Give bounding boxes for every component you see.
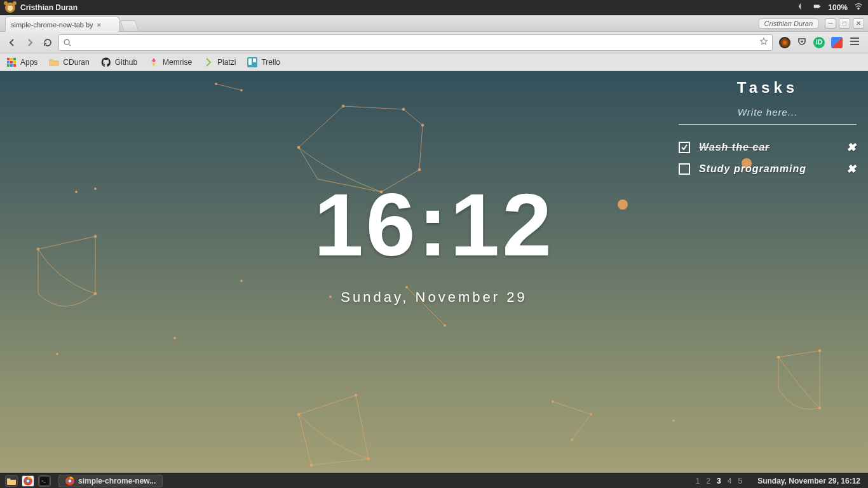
window-minimize-button[interactable]: ─	[825, 18, 836, 29]
svg-point-35	[444, 325, 446, 327]
bookmark-label: Platzi	[217, 58, 236, 67]
bookmark-label: Trello	[261, 58, 280, 67]
bookmark-item[interactable]: Memrise	[149, 57, 192, 67]
workspace-button[interactable]: 2	[706, 477, 710, 485]
window-close-button[interactable]: ✕	[853, 18, 864, 29]
bookmark-label: Memrise	[163, 58, 192, 67]
translate-icon[interactable]	[831, 37, 843, 48]
nav-forward-button[interactable]	[23, 36, 37, 50]
nav-reload-button[interactable]	[41, 36, 55, 50]
battery-icon[interactable]	[813, 2, 822, 13]
task-item: Wash the car ✖	[679, 137, 857, 158]
bookmark-item[interactable]: Github	[101, 57, 137, 67]
svg-rect-5	[7, 58, 10, 60]
svg-point-36	[297, 413, 300, 416]
clock-widget: 16:12 Sunday, November 29	[314, 173, 554, 306]
bookmark-item[interactable]: CDuran	[49, 57, 89, 67]
svg-rect-13	[13, 64, 16, 67]
svg-point-1	[64, 39, 69, 44]
svg-line-41	[572, 414, 591, 440]
task-delete-button[interactable]: ✖	[846, 162, 857, 176]
svg-rect-16	[253, 58, 256, 62]
workspace-button[interactable]: 4	[728, 477, 732, 485]
task-checkbox[interactable]	[679, 142, 690, 153]
new-task-input[interactable]	[679, 103, 857, 125]
svg-rect-7	[13, 58, 16, 60]
svg-point-19	[241, 280, 243, 282]
tab-close-button[interactable]: ×	[97, 21, 101, 29]
distro-logo-icon[interactable]	[5, 3, 15, 13]
task-item: Study programming ✖	[679, 158, 857, 180]
task-label: Study programming	[699, 163, 837, 175]
browser-toolbar: ID	[0, 32, 868, 53]
svg-point-52	[57, 353, 58, 355]
terminal-launcher[interactable]: >_	[38, 475, 51, 487]
bookmarks-apps-label: Apps	[20, 58, 37, 67]
tasks-panel: Tasks Wash the car ✖ Study programming ✖	[679, 79, 857, 180]
taskbar-launchers: >_	[0, 475, 56, 487]
svg-text:>_: >_	[41, 479, 46, 483]
svg-rect-9	[10, 61, 13, 64]
tasks-title: Tasks	[679, 79, 857, 97]
tab-strip: simple-chrome-new-tab by ×	[5, 15, 137, 32]
bookmark-item[interactable]: Platzi	[203, 57, 236, 67]
new-tab-page: 16:12 Sunday, November 29 Tasks Wash the…	[0, 71, 868, 473]
folder-icon	[49, 57, 59, 67]
bookmark-star-icon[interactable]	[759, 37, 768, 48]
svg-point-0	[858, 8, 859, 9]
task-delete-button[interactable]: ✖	[846, 140, 857, 154]
address-bar[interactable]	[58, 34, 773, 51]
address-input[interactable]	[76, 37, 756, 47]
svg-point-32	[94, 292, 97, 295]
workspace-switcher: 1 2 3 4 5	[688, 477, 750, 485]
svg-point-37	[355, 394, 357, 396]
workspace-button[interactable]: 3	[717, 477, 721, 485]
chrome-launcher[interactable]	[22, 475, 34, 487]
svg-point-44	[571, 439, 573, 441]
wifi-icon[interactable]	[854, 2, 863, 13]
svg-point-17	[76, 191, 78, 193]
bookmark-item[interactable]: Trello	[247, 57, 280, 67]
files-launcher[interactable]	[5, 475, 18, 487]
svg-point-48	[618, 200, 628, 210]
svg-point-30	[37, 248, 39, 250]
bookmarks-apps-button[interactable]: Apps	[6, 57, 37, 67]
taskbar-running-app[interactable]: simple-chrome-new...	[58, 475, 163, 487]
bookmark-label: CDuran	[63, 58, 89, 67]
svg-point-26	[402, 108, 405, 111]
system-user-label[interactable]: Cristhian Duran	[20, 3, 78, 12]
svg-rect-4	[850, 44, 859, 45]
extension-icon[interactable]: ID	[813, 37, 825, 48]
nav-back-button[interactable]	[5, 36, 19, 50]
window-owner-label: Cristhian Duran	[759, 18, 818, 29]
svg-rect-8	[7, 61, 10, 64]
task-list: Wash the car ✖ Study programming ✖	[679, 137, 857, 180]
svg-point-51	[673, 420, 675, 422]
svg-point-18	[95, 188, 97, 190]
svg-point-23	[241, 90, 243, 92]
svg-point-20	[174, 337, 176, 339]
tab-title: simple-chrome-new-tab by	[11, 21, 93, 29]
browser-menu-button[interactable]	[849, 36, 860, 50]
system-tray: 100%	[797, 2, 863, 13]
svg-line-40	[553, 402, 591, 414]
battery-percent: 100%	[828, 3, 848, 12]
new-tab-button[interactable]	[120, 20, 140, 32]
browser-tab[interactable]: simple-chrome-new-tab by ×	[5, 17, 119, 32]
svg-rect-12	[10, 64, 13, 67]
svg-point-24	[297, 146, 300, 149]
github-icon	[101, 57, 111, 67]
tray-arrow-icon[interactable]	[797, 2, 806, 13]
svg-point-31	[94, 235, 97, 238]
workspace-button[interactable]: 1	[696, 477, 700, 485]
svg-line-22	[216, 84, 241, 90]
search-icon	[63, 38, 72, 47]
workspace-button[interactable]: 5	[738, 477, 742, 485]
svg-point-55	[27, 480, 29, 482]
platzi-icon	[203, 57, 214, 67]
extension-icon[interactable]	[779, 37, 790, 48]
window-maximize-button[interactable]: □	[839, 18, 850, 29]
taskbar-clock[interactable]: Sunday, November 29, 16:12	[750, 477, 868, 485]
pocket-icon[interactable]	[797, 36, 807, 49]
task-checkbox[interactable]	[679, 163, 690, 175]
